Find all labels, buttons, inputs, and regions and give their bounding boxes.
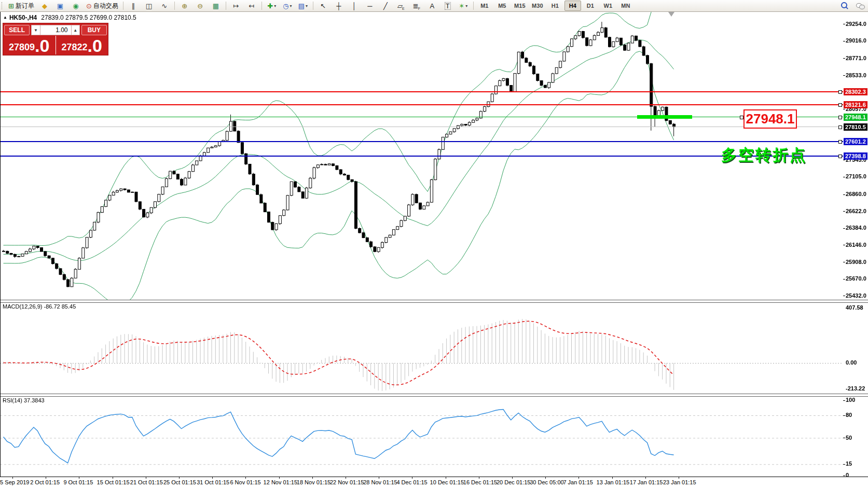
styler-icon[interactable]: ◆ <box>37 1 52 11</box>
rsi-panel-canvas[interactable] <box>0 396 843 477</box>
timeframe-w1[interactable]: W1 <box>600 1 616 11</box>
time-tick-mark <box>312 477 313 479</box>
time-tick-mark <box>12 477 13 479</box>
hline-handle[interactable] <box>838 103 842 107</box>
price-tick-mark <box>843 177 845 177</box>
terminal-icon-icon: ▣ <box>57 3 63 9</box>
price-tag-27948.1[interactable]: 27948.1 <box>844 114 867 121</box>
bar-chart-button[interactable]: ∥ <box>126 1 141 11</box>
text-button[interactable]: A <box>425 1 439 11</box>
macd-panel-canvas[interactable] <box>0 302 843 394</box>
indicators-button[interactable]: ✚▾ <box>265 1 279 11</box>
price-tag-28302.3[interactable]: 28302.3 <box>844 88 867 95</box>
timeframe-h4[interactable]: H4 <box>564 1 581 11</box>
time-tick-label: 17 Jan 01:15 <box>630 479 663 485</box>
templates-button[interactable]: ▤▾ <box>296 1 310 11</box>
time-tick-mark <box>379 477 379 479</box>
timeframe-m1[interactable]: M1 <box>476 1 493 11</box>
hline-handle[interactable] <box>838 116 842 119</box>
channel-button[interactable]: ▱E <box>394 1 408 11</box>
hline-27948.1[interactable] <box>0 117 843 117</box>
chart-shift-button[interactable]: ↤ <box>244 1 259 11</box>
zoom-in-button[interactable]: ⊕ <box>177 1 192 11</box>
volume-down-button[interactable]: ▼ <box>31 25 40 35</box>
hline-28302.3[interactable] <box>0 91 843 92</box>
toolbar: ⊞新订单◆▣◉⊙自动交易∥◫∿⊕⊖▦↦↤✚▾◷▾▤▾↖┼│─╱▱E≣FAT✶▾M… <box>0 0 868 12</box>
price-tick-label: 26384.0 <box>846 225 866 231</box>
price-tick-mark <box>843 245 845 245</box>
fibonacci-button[interactable]: ≣F <box>409 1 424 11</box>
vertical-line-button[interactable]: │ <box>347 1 362 11</box>
text-icon: A <box>430 3 434 9</box>
autotrading-icon: ⊙ <box>86 3 92 9</box>
zoom-out-button[interactable]: ⊖ <box>193 1 208 11</box>
dropdown-arrow-icon[interactable]: ▾ <box>306 4 308 8</box>
chat-button[interactable] <box>853 1 867 11</box>
candlestick-chart-button[interactable]: ◫ <box>142 1 156 11</box>
highlight-trendline[interactable] <box>637 115 692 119</box>
periods-button[interactable]: ◷▾ <box>280 1 295 11</box>
signals-icon[interactable]: ◉ <box>68 1 83 11</box>
hline-28121.6[interactable] <box>0 104 843 105</box>
scroll-to-end-icon[interactable] <box>668 12 674 17</box>
auto-scroll-button[interactable]: ↦ <box>229 1 243 11</box>
buy-price-button[interactable]: 27822.0 <box>56 36 108 54</box>
price-tick-label: 28533.0 <box>846 72 866 78</box>
time-tick-label: 18 Nov 01:15 <box>297 479 330 485</box>
tile-windows-button[interactable]: ▦ <box>209 1 223 11</box>
level-annotation-box[interactable]: 27948.1 <box>743 109 797 129</box>
time-tick-mark <box>645 477 646 479</box>
volume-input[interactable]: 1.00 <box>40 25 71 35</box>
autotrading-button[interactable]: ⊙自动交易 <box>84 1 120 11</box>
dropdown-arrow-icon[interactable]: ▾ <box>274 4 276 8</box>
sell-button[interactable]: SELL <box>4 25 30 35</box>
hline-handle[interactable] <box>838 125 842 129</box>
arrows-button[interactable]: ✶▾ <box>456 1 471 11</box>
rsi-separator[interactable] <box>0 394 868 397</box>
indicators-icon: ✚ <box>267 3 273 9</box>
hline-27601.2[interactable] <box>0 141 843 142</box>
search-button[interactable] <box>837 1 852 11</box>
new-order-button[interactable]: ⊞新订单 <box>6 1 36 11</box>
price-tag-27601.2[interactable]: 27601.2 <box>844 138 867 145</box>
highlight-handle[interactable] <box>740 116 743 119</box>
terminal-icon[interactable]: ▣ <box>53 1 67 11</box>
cursor-button[interactable]: ↖ <box>316 1 330 11</box>
symbol-name: HK50-,H4 <box>9 14 37 21</box>
collapse-icon[interactable]: ▲ <box>3 15 7 20</box>
buy-button[interactable]: BUY <box>81 25 107 35</box>
time-tick-label: 7 Jan 01:15 <box>563 479 593 485</box>
price-tag-27810.5[interactable]: 27810.5 <box>844 123 867 131</box>
timeframe-m5[interactable]: M5 <box>494 1 511 11</box>
macd-separator[interactable] <box>0 300 868 303</box>
price-tag-28121.6[interactable]: 28121.6 <box>844 101 867 108</box>
timeframe-h1[interactable]: H1 <box>547 1 563 11</box>
horizontal-line-button[interactable]: ─ <box>363 1 377 11</box>
rsi-tick-mark <box>843 438 845 438</box>
sell-price-button[interactable]: 27809.0 <box>3 36 56 54</box>
zoom-out-icon: ⊖ <box>197 3 203 9</box>
turning-point-text[interactable]: 多空转折点 <box>721 145 807 166</box>
crosshair-button[interactable]: ┼ <box>332 1 346 11</box>
rsi-axis-label: 50 <box>846 435 852 441</box>
line-chart-button[interactable]: ∿ <box>157 1 172 11</box>
timeframe-mn[interactable]: MN <box>617 1 634 11</box>
chart-window: ⊞新订单◆▣◉⊙自动交易∥◫∿⊕⊖▦↦↤✚▾◷▾▤▾↖┼│─╱▱E≣FAT✶▾M… <box>0 0 868 489</box>
price-tag-27398.8[interactable]: 27398.8 <box>844 152 867 160</box>
symbol-header[interactable]: ▲HK50-,H427839.0 27879.5 27699.0 27810.5 <box>3 14 136 21</box>
timeframe-m30[interactable]: M30 <box>529 1 546 11</box>
text-label-button[interactable]: T <box>440 1 455 11</box>
timeframe-d1[interactable]: D1 <box>582 1 599 11</box>
hline-handle[interactable] <box>838 155 842 158</box>
dropdown-arrow-icon[interactable]: ▾ <box>465 4 467 8</box>
dropdown-arrow-icon[interactable]: ▾ <box>290 4 292 8</box>
toolbar-separator <box>123 2 123 10</box>
volume-up-button[interactable]: ▲ <box>71 25 80 35</box>
hline-handle[interactable] <box>838 90 842 94</box>
hline-handle[interactable] <box>838 140 842 144</box>
trendline-button[interactable]: ╱ <box>378 1 393 11</box>
hline-27398.8[interactable] <box>0 156 843 157</box>
hline-27810.5[interactable] <box>0 127 843 127</box>
time-tick-label: 6 Nov 01:15 <box>230 479 260 485</box>
timeframe-m15[interactable]: M15 <box>512 1 528 11</box>
